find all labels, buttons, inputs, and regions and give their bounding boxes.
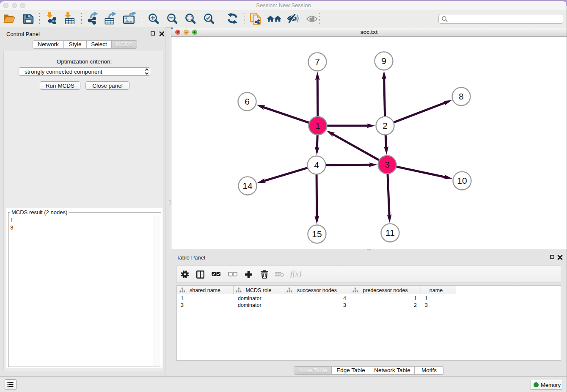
svg-text:4: 4 [314, 160, 319, 170]
svg-text:8: 8 [459, 91, 464, 101]
svg-text:10: 10 [457, 176, 467, 185]
svg-text:1: 1 [315, 121, 320, 130]
svg-text:2: 2 [383, 121, 388, 130]
svg-text:3: 3 [385, 160, 390, 169]
svg-text:14: 14 [242, 181, 253, 190]
svg-text:6: 6 [245, 97, 250, 106]
svg-text:15: 15 [312, 229, 322, 239]
svg-text:7: 7 [315, 57, 320, 66]
svg-text:9: 9 [381, 56, 386, 66]
svg-text:11: 11 [385, 228, 395, 237]
